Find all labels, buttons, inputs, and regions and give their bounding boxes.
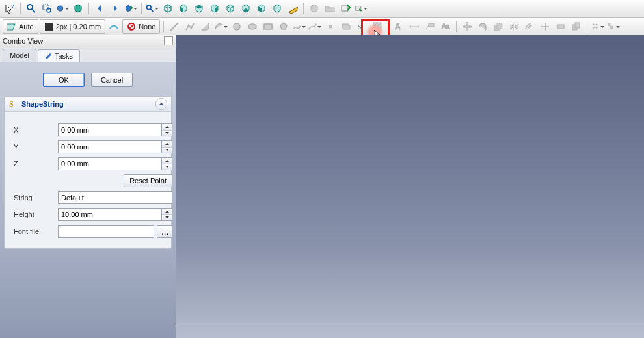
draft-rotate-icon[interactable]: [476, 20, 490, 34]
draft-mirror-icon[interactable]: [507, 20, 521, 34]
bounding-box-icon[interactable]: [71, 1, 85, 16]
construction-mode-icon[interactable]: [107, 20, 121, 34]
draft-rectangle-icon[interactable]: [261, 20, 275, 34]
link-actions-icon[interactable]: [354, 1, 368, 16]
x-input[interactable]: [58, 124, 161, 136]
draft-text-icon[interactable]: A: [392, 20, 406, 34]
task-card-title: ShapeString: [21, 100, 64, 108]
draft-wire-icon[interactable]: [183, 20, 197, 34]
shapestring-form: X Y Z Rese: [5, 112, 171, 240]
toolbar-draft: Auto 2px | 0.20 mm None S A Aa: [0, 18, 644, 36]
draft-arc-icon[interactable]: [214, 20, 228, 34]
viewport-3d[interactable]: [176, 35, 644, 338]
link-make-icon[interactable]: [338, 1, 353, 16]
view-right-icon[interactable]: [208, 1, 222, 16]
svg-rect-35: [575, 23, 580, 28]
draft-label-icon[interactable]: [423, 20, 437, 34]
measure-icon[interactable]: [286, 1, 300, 16]
draft-stretch-icon[interactable]: [554, 20, 568, 34]
autogroup-label: None: [139, 23, 155, 31]
svg-point-18: [248, 24, 256, 29]
draft-point-icon[interactable]: [323, 20, 338, 34]
svg-rect-30: [497, 23, 502, 29]
draft-patharray-icon[interactable]: [606, 20, 621, 34]
height-spinner: [161, 208, 172, 221]
svg-rect-10: [342, 6, 348, 11]
ok-button[interactable]: OK: [43, 73, 85, 87]
x-spin-down[interactable]: [162, 131, 172, 136]
svg-rect-19: [264, 24, 272, 29]
svg-point-17: [234, 23, 240, 30]
svg-rect-13: [45, 23, 53, 31]
undock-icon[interactable]: [164, 36, 173, 46]
z-spin-up[interactable]: [162, 158, 172, 164]
draft-fillet-icon[interactable]: [198, 20, 213, 34]
draw-style-icon[interactable]: [55, 1, 70, 16]
fontfile-input[interactable]: [58, 225, 154, 238]
height-spin-up[interactable]: [162, 209, 172, 215]
view-front-icon[interactable]: [176, 1, 191, 16]
combo-view-title: Combo View: [3, 37, 43, 45]
draft-move-icon[interactable]: [460, 20, 474, 34]
whats-this-icon[interactable]: ?: [3, 1, 17, 16]
view-bottom-icon[interactable]: [239, 1, 253, 16]
zoom-region-icon[interactable]: [145, 1, 159, 16]
nav-forward-icon[interactable]: [108, 1, 122, 16]
draft-offset-icon[interactable]: [522, 20, 537, 34]
draft-polygon-icon[interactable]: [276, 20, 291, 34]
draft-line-icon[interactable]: [167, 20, 181, 34]
viewport-baseline: [176, 326, 644, 326]
part-icon: [307, 1, 321, 16]
svg-line-2: [32, 9, 35, 12]
zoom-selection-icon[interactable]: [40, 1, 54, 16]
view-rear-icon[interactable]: [223, 1, 237, 16]
reset-point-button[interactable]: Reset Point: [124, 174, 172, 187]
y-spin-down[interactable]: [162, 148, 172, 153]
collapse-button[interactable]: [155, 98, 167, 110]
x-spin-up[interactable]: [162, 124, 172, 131]
svg-point-1: [27, 5, 33, 10]
y-spin-up[interactable]: [162, 141, 172, 148]
nav-back-icon[interactable]: [92, 1, 107, 16]
svg-rect-12: [7, 24, 15, 30]
draft-bspline-icon[interactable]: [292, 20, 306, 34]
z-field: [58, 157, 172, 170]
draft-annotationstyle-icon[interactable]: Aa: [438, 20, 453, 34]
height-input[interactable]: [58, 208, 161, 221]
linewidth-button[interactable]: 2px | 0.20 mm: [40, 20, 106, 34]
view-iso2-icon[interactable]: [270, 1, 284, 16]
svg-text:Aa: Aa: [442, 23, 450, 30]
tab-tasks[interactable]: Tasks: [38, 49, 80, 62]
x-field: [58, 124, 172, 136]
draft-array-icon[interactable]: [591, 20, 605, 34]
string-input[interactable]: [58, 191, 172, 204]
cancel-button[interactable]: Cancel: [91, 73, 133, 87]
draft-clone-icon[interactable]: [569, 20, 584, 34]
height-spin-down[interactable]: [162, 215, 172, 221]
zoom-fit-icon[interactable]: [24, 1, 38, 16]
link-go-icon[interactable]: [124, 1, 138, 16]
z-spinner: [161, 157, 172, 170]
svg-text:A: A: [395, 22, 401, 31]
combo-tabs: Model Tasks: [0, 47, 176, 62]
draft-trimex-icon[interactable]: [538, 20, 552, 34]
height-label: Height: [14, 211, 53, 218]
z-spin-down[interactable]: [162, 164, 172, 170]
z-input[interactable]: [58, 157, 161, 170]
view-iso-icon[interactable]: [161, 1, 175, 16]
y-spinner: [161, 140, 172, 153]
draft-facebinder-icon[interactable]: [339, 20, 353, 34]
draft-bezier-icon[interactable]: [308, 20, 322, 34]
draft-ellipse-icon[interactable]: [245, 20, 260, 34]
working-plane-button[interactable]: Auto: [3, 20, 38, 34]
tab-model[interactable]: Model: [3, 49, 36, 62]
autogroup-button[interactable]: None: [122, 20, 160, 34]
draft-circle-icon[interactable]: [230, 20, 244, 34]
draft-dimension-icon[interactable]: [407, 20, 422, 34]
y-input[interactable]: [58, 140, 161, 153]
draft-scale-icon[interactable]: [491, 20, 505, 34]
view-top-icon[interactable]: [192, 1, 206, 16]
tab-tasks-label: Tasks: [55, 52, 73, 60]
fontfile-browse-button[interactable]: ...: [157, 225, 172, 238]
view-left-icon[interactable]: [254, 1, 269, 16]
